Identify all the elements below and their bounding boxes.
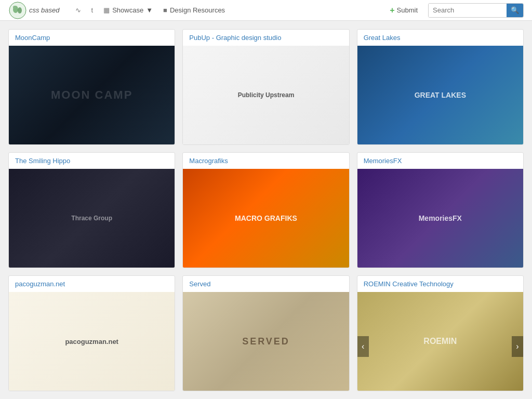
showcase-grid-icon: ▦ xyxy=(103,6,110,14)
svg-point-3 xyxy=(13,6,16,9)
nav-showcase[interactable]: ▦ Showcase ▼ xyxy=(98,0,158,21)
card-pubup: PubUp - Graphic design studio xyxy=(182,29,349,145)
navbar: css based ∿ t ▦ Showcase ▼ ■ Design Reso… xyxy=(0,0,532,21)
card-roemin: ROEMIN Creative Technology‹› xyxy=(357,275,524,391)
card-memoriesfx: MemoriesFX xyxy=(357,152,524,268)
card-image-smilinghippo xyxy=(9,169,175,268)
card-title-pacoguzman[interactable]: pacoguzman.net xyxy=(9,276,175,292)
design-resources-label: Design Resources xyxy=(170,6,225,14)
svg-point-2 xyxy=(18,7,22,14)
submit-label: Submit xyxy=(397,6,418,14)
card-image-macrografiks xyxy=(183,169,349,268)
card-title-served[interactable]: Served xyxy=(183,276,349,292)
search-icon: 🔍 xyxy=(511,6,519,14)
card-pacoguzman: pacoguzman.net xyxy=(8,275,175,391)
logo-svg xyxy=(8,1,27,20)
nav-design-resources[interactable]: ■ Design Resources xyxy=(158,0,230,21)
showcase-label: Showcase xyxy=(112,6,143,14)
card-image-memoriesfx xyxy=(357,169,523,268)
twitter-icon: t xyxy=(91,6,94,14)
carousel-prev-roemin[interactable]: ‹ xyxy=(357,336,369,357)
card-title-macrografiks[interactable]: Macrografiks xyxy=(183,153,349,169)
card-image-roemin xyxy=(357,292,523,391)
card-image-greatlakes xyxy=(357,46,523,144)
search-button[interactable]: 🔍 xyxy=(507,3,523,18)
card-title-smilinghippo[interactable]: The Smiling Hippo xyxy=(9,153,175,169)
carousel-wrapper-roemin: ‹› xyxy=(357,292,523,391)
search-bar: 🔍 xyxy=(428,3,524,18)
submit-plus-icon: + xyxy=(390,6,394,15)
nav-links: ∿ t ▦ Showcase ▼ ■ Design Resources + Su… xyxy=(70,0,524,21)
card-title-roemin[interactable]: ROEMIN Creative Technology xyxy=(357,276,523,292)
rss-icon: ∿ xyxy=(75,6,81,14)
card-title-mooncamp[interactable]: MoonCamp xyxy=(9,30,175,46)
card-image-pubup xyxy=(183,46,349,144)
card-mooncamp: MoonCamp xyxy=(8,29,175,145)
card-smilinghippo: The Smiling Hippo xyxy=(8,152,175,268)
nav-twitter[interactable]: t xyxy=(86,0,99,21)
card-macrografiks: Macrografiks xyxy=(182,152,349,268)
card-grid: MoonCampPubUp - Graphic design studioGre… xyxy=(0,21,532,399)
card-greatlakes: Great Lakes xyxy=(357,29,524,145)
nav-submit[interactable]: + Submit xyxy=(384,0,423,21)
design-resources-icon: ■ xyxy=(163,6,167,14)
card-image-served xyxy=(183,292,349,391)
card-title-memoriesfx[interactable]: MemoriesFX xyxy=(357,153,523,169)
brand-name: css based xyxy=(29,6,60,14)
nav-rss[interactable]: ∿ xyxy=(70,0,86,21)
card-title-pubup[interactable]: PubUp - Graphic design studio xyxy=(183,30,349,46)
card-image-mooncamp xyxy=(9,46,175,144)
brand-logo[interactable]: css based xyxy=(8,1,60,20)
search-input[interactable] xyxy=(429,4,507,17)
carousel-next-roemin[interactable]: › xyxy=(512,336,523,357)
showcase-caret: ▼ xyxy=(146,6,153,14)
card-served: Served xyxy=(182,275,349,391)
card-title-greatlakes[interactable]: Great Lakes xyxy=(357,30,523,46)
card-image-pacoguzman xyxy=(9,292,175,391)
